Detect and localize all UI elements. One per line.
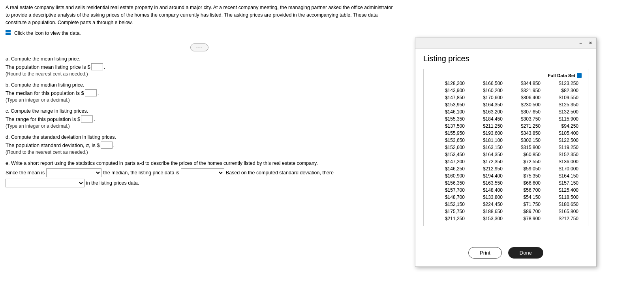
svg-rect-2 xyxy=(6,33,8,35)
data-cell: $155,350 xyxy=(430,116,468,122)
modal-titlebar: − × xyxy=(415,38,596,49)
stddev-input[interactable] xyxy=(101,142,113,149)
print-button[interactable]: Print xyxy=(468,247,502,259)
data-cell: $211,250 xyxy=(430,215,468,222)
expand-btn-row: ··· xyxy=(6,43,393,51)
data-cell: $212,750 xyxy=(544,215,582,222)
data-cell: $303,750 xyxy=(506,116,544,122)
section-c-label: c. Compute the range in listing prices. xyxy=(6,108,393,114)
data-cell: $175,750 xyxy=(430,208,468,215)
data-cell: $306,400 xyxy=(506,94,544,101)
data-cell: $160,200 xyxy=(468,87,506,94)
data-cell: $164,350 xyxy=(468,151,506,158)
data-cell: $166,500 xyxy=(468,80,506,87)
data-cell: $148,700 xyxy=(430,194,468,200)
data-cell: $165,800 xyxy=(544,208,582,215)
data-cell: $123,250 xyxy=(544,80,582,87)
since-middle2: Based on the computed standard deviation… xyxy=(226,170,334,176)
data-cell: $180,650 xyxy=(544,201,582,208)
data-cell: $66,600 xyxy=(506,180,544,186)
done-button[interactable]: Done xyxy=(508,247,543,259)
data-cell: $147,850 xyxy=(430,94,468,101)
data-cell: $212,950 xyxy=(468,166,506,172)
data-cell: $181,100 xyxy=(468,137,506,144)
svg-rect-3 xyxy=(8,33,11,35)
data-cell: $137,500 xyxy=(430,123,468,129)
section-a-label: a. Compute the mean listing price. xyxy=(6,56,393,62)
grid-icon[interactable] xyxy=(6,30,12,36)
data-cell: $75,350 xyxy=(506,173,544,179)
data-grid: $128,200$166,500$344,850$123,250$143,900… xyxy=(430,80,582,222)
minimize-button[interactable]: − xyxy=(577,40,584,47)
section-d-input-row: The population standard deviation, σ, is… xyxy=(6,142,115,149)
range-input[interactable] xyxy=(81,115,93,123)
section-b-sub2: (Type an integer or a decimal.) xyxy=(6,97,393,103)
data-cell: $211,250 xyxy=(468,123,506,129)
data-cell: $194,400 xyxy=(468,173,506,179)
data-cell: $115,900 xyxy=(544,116,582,122)
data-cell: $164,350 xyxy=(468,102,506,108)
data-cell: $146,100 xyxy=(430,109,468,115)
section-b: b. Compute the median listing price. The… xyxy=(6,82,393,103)
section-d-sub1: The population standard deviation, σ, is… xyxy=(6,142,100,148)
mean-vs-median-dropdown[interactable]: greater than less than equal to xyxy=(46,168,101,177)
intro-text: A real estate company lists and sells re… xyxy=(6,4,393,26)
section-e: e. Write a short report using the statis… xyxy=(6,160,393,187)
data-cell: $133,800 xyxy=(468,194,506,200)
mean-input[interactable] xyxy=(91,63,103,70)
data-cell: $224,450 xyxy=(468,201,506,208)
data-cell: $82,300 xyxy=(544,87,582,94)
section-d-label: d. Compute the standard deviation in lis… xyxy=(6,134,393,140)
section-d: d. Compute the standard deviation in lis… xyxy=(6,134,393,155)
variation-dropdown[interactable]: is little is moderate is significant xyxy=(6,179,84,187)
data-cell: $152,600 xyxy=(430,144,468,151)
data-cell: $170,600 xyxy=(468,94,506,101)
svg-rect-1 xyxy=(8,30,11,32)
data-cell: $184,450 xyxy=(468,116,506,122)
full-data-icon xyxy=(577,73,582,78)
data-cell: $152,150 xyxy=(430,201,468,208)
data-cell: $132,500 xyxy=(544,109,582,115)
data-cell: $56,700 xyxy=(506,187,544,193)
data-cell: $60,850 xyxy=(506,151,544,158)
since-suffix: in the listing prices data. xyxy=(86,180,139,186)
data-cell: $54,150 xyxy=(506,194,544,200)
data-cell: $125,350 xyxy=(544,102,582,108)
section-b-label: b. Compute the median listing price. xyxy=(6,82,393,88)
data-cell: $271,250 xyxy=(506,123,544,129)
listing-prices-modal: − × Listing prices Full Data Set $128,20… xyxy=(415,38,597,267)
close-button[interactable]: × xyxy=(587,40,594,47)
data-cell: $109,550 xyxy=(544,94,582,101)
expand-button[interactable]: ··· xyxy=(190,43,208,51)
section-c-input-row: The range for this population is $ . xyxy=(6,115,95,123)
section-b-input-row: The median for this population is $ . xyxy=(6,89,99,96)
data-cell: $193,600 xyxy=(468,130,506,136)
data-cell: $163,150 xyxy=(468,144,506,151)
section-a-input-row: The population mean listing price is $ . xyxy=(6,63,105,70)
section-c-sub1: The range for this population is $ xyxy=(6,116,80,122)
svg-rect-0 xyxy=(6,30,8,32)
section-a-sub2: (Round to the nearest cent as needed.) xyxy=(6,71,393,77)
data-cell: $156,350 xyxy=(430,180,468,186)
since-prefix: Since the mean is xyxy=(6,170,45,176)
data-cell: $155,950 xyxy=(430,130,468,136)
data-cell: $59,050 xyxy=(506,166,544,172)
section-a-period: . xyxy=(104,64,105,70)
section-e-label: e. Write a short report using the statis… xyxy=(6,160,393,166)
data-cell: $136,000 xyxy=(544,159,582,165)
skew-dropdown[interactable]: skewed right skewed left symmetric xyxy=(181,168,224,177)
data-cell: $160,900 xyxy=(430,173,468,179)
data-cell: $343,850 xyxy=(506,130,544,136)
modal-footer: Print Done xyxy=(415,242,596,266)
data-cell: $148,400 xyxy=(468,187,506,193)
data-cell: $128,200 xyxy=(430,80,468,87)
section-a-sub1: The population mean listing price is $ xyxy=(6,64,90,70)
data-cell: $105,400 xyxy=(544,130,582,136)
median-input[interactable] xyxy=(85,89,97,96)
data-cell: $315,800 xyxy=(506,144,544,151)
data-cell: $163,550 xyxy=(468,180,506,186)
data-cell: $153,450 xyxy=(430,151,468,158)
data-cell: $94,250 xyxy=(544,123,582,129)
data-cell: $157,150 xyxy=(544,180,582,186)
data-cell: $147,200 xyxy=(430,159,468,165)
